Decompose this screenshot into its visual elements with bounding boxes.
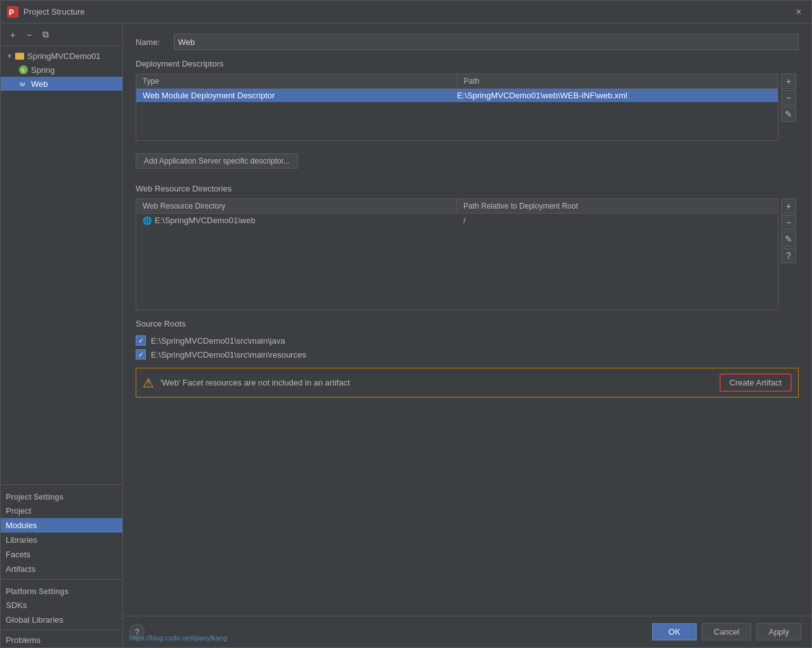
ok-button[interactable]: OK xyxy=(652,623,697,640)
sidebar-item-modules-label: Modules xyxy=(6,521,37,530)
sidebar-item-artifacts-label: Artifacts xyxy=(6,564,35,574)
title-bar: P Project Structure × xyxy=(1,1,811,23)
main-content: Name: Deployment Descriptors Type Path W… xyxy=(123,23,811,647)
tree-root-springmvcdemo01[interactable]: ▼ SpringMVCDemo01 xyxy=(1,49,122,63)
tree-item-web-label: Web xyxy=(31,79,48,89)
tree-item-spring[interactable]: S Spring xyxy=(1,63,122,77)
svg-rect-3 xyxy=(15,54,24,60)
title-bar-text: Project Structure xyxy=(23,7,792,16)
svg-text:S: S xyxy=(21,67,25,74)
sidebar-item-modules[interactable]: Modules xyxy=(1,518,122,533)
source-root-0-value: E:\SpringMVCDemo01\src\main\java xyxy=(151,336,285,346)
wr-row-0-path: / xyxy=(457,214,778,227)
sidebar-divider-3 xyxy=(1,630,122,630)
source-roots-title: Source Roots xyxy=(136,319,799,328)
platform-settings-heading: Platform Settings xyxy=(1,582,122,598)
wr-remove-button[interactable]: − xyxy=(781,215,796,230)
module-folder-icon xyxy=(15,51,25,61)
sidebar-item-project[interactable]: Project xyxy=(1,503,122,518)
deployment-descriptors-panel: Type Path Web Module Deployment Descript… xyxy=(136,74,778,141)
copy-module-button[interactable]: ⧉ xyxy=(39,28,53,42)
wr-row-0[interactable]: 🌐 E:\SpringMVCDemo01\web / xyxy=(136,214,778,227)
dd-side-buttons: + − ✎ xyxy=(781,74,796,122)
dd-add-button[interactable]: + xyxy=(781,74,796,89)
project-settings-heading: Project Settings xyxy=(1,488,122,503)
sidebar-item-libraries-label: Libraries xyxy=(6,535,37,545)
wr-edit-button[interactable]: ✎ xyxy=(781,231,796,247)
sidebar-item-project-label: Project xyxy=(6,506,31,515)
name-field-row: Name: xyxy=(136,34,799,50)
app-icon: P xyxy=(7,6,18,18)
sidebar-item-libraries[interactable]: Libraries xyxy=(1,533,122,547)
dd-row-0-type: Web Module Deployment Descriptor xyxy=(143,91,457,100)
add-descriptor-button[interactable]: Add Application Server specific descript… xyxy=(136,153,298,169)
sidebar-item-global-libraries[interactable]: Global Libraries xyxy=(1,612,122,627)
wr-header: Web Resource Directory Path Relative to … xyxy=(136,199,778,214)
web-resource-dirs-panel: Web Resource Directory Path Relative to … xyxy=(136,198,778,310)
svg-text:W: W xyxy=(20,81,25,87)
project-structure-dialog: P Project Structure × + − ⧉ ▼ SpringMVCD… xyxy=(0,0,812,648)
tree-item-web[interactable]: W Web xyxy=(1,77,122,91)
close-button[interactable]: × xyxy=(792,6,805,18)
footer-link-area: https://blog.csdn.net/qianylkang xyxy=(129,633,227,642)
sidebar-item-problems-label: Problems xyxy=(6,635,41,645)
remove-module-button[interactable]: − xyxy=(22,28,36,42)
spring-icon: S xyxy=(18,65,29,75)
sidebar-divider-2 xyxy=(1,579,122,580)
sidebar-toolbar: + − ⧉ xyxy=(1,23,122,46)
source-root-row-0: E:\SpringMVCDemo01\src\main\java xyxy=(136,334,799,347)
web-resource-dirs-title: Web Resource Directories xyxy=(136,184,799,193)
sidebar-item-sdks-label: SDKs xyxy=(6,600,27,610)
tree-item-spring-label: Spring xyxy=(31,65,55,75)
create-artifact-button[interactable]: Create Artifact xyxy=(719,373,792,392)
source-root-row-1: E:\SpringMVCDemo01\src\main\resources xyxy=(136,347,799,361)
warning-row: ⚠ 'Web' Facet resources are not included… xyxy=(136,368,799,398)
main-inner: Name: Deployment Descriptors Type Path W… xyxy=(123,23,811,616)
dd-row-0[interactable]: Web Module Deployment Descriptor E:\Spri… xyxy=(136,89,778,102)
dd-col-type: Type xyxy=(136,74,458,88)
warning-text: 'Web' Facet resources are not included i… xyxy=(160,378,713,387)
wr-side-buttons: + − ✎ ? xyxy=(781,198,796,263)
wr-dir-icon: 🌐 xyxy=(143,216,152,225)
sidebar: + − ⧉ ▼ SpringMVCDemo01 S xyxy=(1,23,123,647)
dd-remove-button[interactable]: − xyxy=(781,90,796,105)
source-root-0-checkbox[interactable] xyxy=(136,335,146,346)
dd-edit-button[interactable]: ✎ xyxy=(781,107,796,122)
source-root-1-checkbox[interactable] xyxy=(136,349,146,360)
name-input[interactable] xyxy=(174,34,799,50)
deployment-descriptors-header: Type Path xyxy=(136,74,778,89)
wr-add-button[interactable]: + xyxy=(781,198,796,214)
web-icon: W xyxy=(18,79,29,89)
apply-button[interactable]: Apply xyxy=(756,623,801,640)
wr-help-button[interactable]: ? xyxy=(781,248,796,263)
wr-col-dir: Web Resource Directory xyxy=(136,199,457,213)
footer: ? https://blog.csdn.net/qianylkang OK Ca… xyxy=(123,616,811,647)
tree-arrow-expand: ▼ xyxy=(6,52,13,60)
source-root-1-value: E:\SpringMVCDemo01\src\main\resources xyxy=(151,350,306,360)
sidebar-item-sdks[interactable]: SDKs xyxy=(1,598,122,612)
add-module-button[interactable]: + xyxy=(6,28,20,42)
sidebar-item-facets-label: Facets xyxy=(6,550,30,559)
wr-col-path: Path Relative to Deployment Root xyxy=(457,199,778,213)
wr-row-0-dir: 🌐 E:\SpringMVCDemo01\web xyxy=(136,214,457,227)
name-label: Name: xyxy=(136,37,167,47)
cancel-button[interactable]: Cancel xyxy=(702,623,751,640)
sidebar-item-problems[interactable]: Problems xyxy=(1,633,122,647)
svg-text:P: P xyxy=(9,8,14,17)
tree-root-label: SpringMVCDemo01 xyxy=(27,51,101,61)
module-tree: ▼ SpringMVCDemo01 S Spring W xyxy=(1,46,122,482)
footer-link[interactable]: https://blog.csdn.net/qianylkang xyxy=(129,634,227,642)
sidebar-item-global-libraries-label: Global Libraries xyxy=(6,615,63,625)
sidebar-divider-1 xyxy=(1,484,122,485)
sidebar-item-facets[interactable]: Facets xyxy=(1,547,122,562)
dd-col-path: Path xyxy=(458,74,778,88)
warning-icon: ⚠ xyxy=(143,375,154,391)
deployment-descriptors-title: Deployment Descriptors xyxy=(136,59,799,68)
dd-row-0-path: E:\SpringMVCDemo01\web\WEB-INF\web.xml xyxy=(457,91,771,100)
sidebar-item-artifacts[interactable]: Artifacts xyxy=(1,562,122,576)
